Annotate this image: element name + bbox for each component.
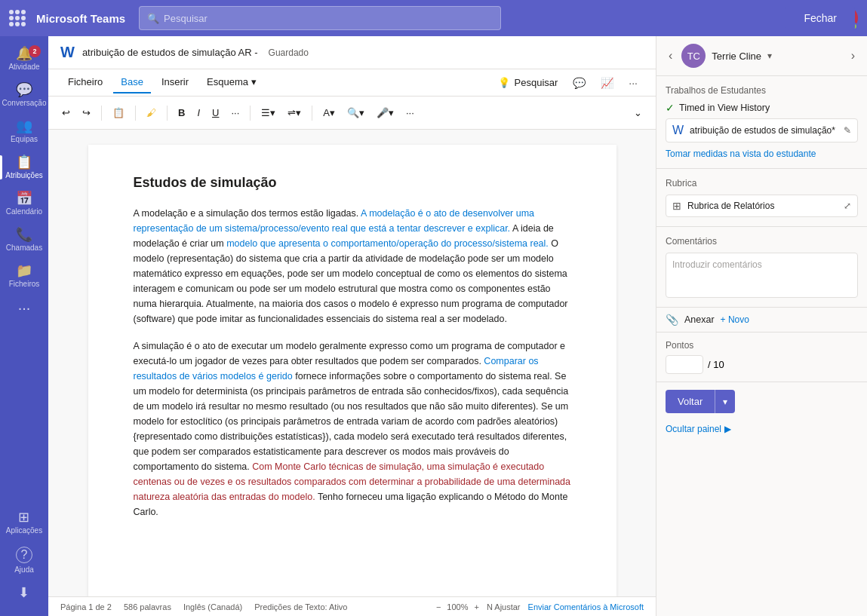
toolbar: ↩ ↪ 📋 🖌 B I U ··· ☰▾ ⇌▾ A▾ 🔍▾ 🎤▾ ··· ⌄ [48, 97, 656, 130]
hide-panel-link[interactable]: Ocultar painel ▶ [666, 424, 858, 434]
teams-icon: 👥 [16, 119, 32, 133]
sidebar-item-equipas[interactable]: 👥 Equipas [0, 115, 48, 148]
points-input[interactable] [666, 355, 703, 374]
sidebar-item-atribuicoes[interactable]: 📋 Atribuições [0, 151, 48, 184]
student-action-link[interactable]: Tomar medidas na vista do estudante [666, 149, 858, 159]
main-content: W atribuição de estudos de simulação AR … [48, 36, 656, 616]
ribbon-tabs: Ficheiro Base Inserir Esquema ▾ 💡 Pesqui… [48, 69, 656, 97]
tab-esquema[interactable]: Esquema ▾ [199, 72, 264, 93]
word-count: 586 palavras [124, 602, 171, 611]
page-count: Página 1 de 2 [60, 602, 112, 611]
sidebar-item-atividade[interactable]: 🔔 Atividade 2 [0, 42, 48, 75]
student-name: Terrie Cline [712, 51, 761, 62]
panel-next-btn[interactable]: › [848, 46, 858, 66]
search-input[interactable] [164, 13, 493, 24]
sidebar-item-mais[interactable]: ··· [0, 296, 48, 320]
sidebar-label-calendario: Calendário [6, 207, 42, 216]
format-brush-btn[interactable]: 🖌 [142, 104, 161, 121]
panel-prev-btn[interactable]: ‹ [666, 46, 675, 66]
points-max: / 10 [708, 359, 724, 370]
back-button[interactable]: Voltar [666, 390, 715, 413]
list-btn[interactable]: ☰▾ [257, 104, 280, 121]
top-bar: Microsoft Teams 🔍 ··· B Fechar [0, 0, 867, 36]
sidebar-item-conversacao[interactable]: 💬 Conversação [0, 78, 48, 112]
doc-title: atribuição de estudos de simulação AR - [82, 47, 258, 58]
sidebar-item-chamadas[interactable]: 📞 Chamadas [0, 223, 48, 256]
indent-btn[interactable]: ⇌▾ [283, 104, 306, 121]
doc-para-2: A simulação é o ato de executar um model… [134, 339, 571, 519]
sidebar-item-ficheiros[interactable]: 📁 Ficheiros [0, 259, 48, 293]
saved-status: Guardado [269, 48, 309, 58]
app-title: Microsoft Teams [36, 12, 125, 25]
search-bar[interactable]: 🔍 [139, 6, 501, 30]
sidebar-item-download[interactable]: ⬇ [6, 581, 42, 604]
trabalhos-title: Trabalhos de Estudantes [666, 85, 858, 96]
find-btn[interactable]: 🔍▾ [343, 104, 369, 121]
status-bar-right: − 100% + N Ajustar Enviar Comentários à … [436, 602, 644, 611]
tab-esquema-label: Esquema [207, 76, 248, 87]
sidebar-label-equipas: Equipas [11, 135, 38, 143]
sidebar-label-atribuicoes: Atribuições [5, 171, 42, 179]
zoom-in-btn[interactable]: + [474, 602, 478, 611]
calls-icon: 📞 [16, 228, 32, 241]
mic-btn[interactable]: 🎤▾ [372, 104, 398, 121]
tab-base[interactable]: Base [113, 72, 151, 93]
back-btn-group: Voltar ▾ [666, 390, 735, 413]
expand-btn[interactable]: ⌄ [629, 104, 647, 121]
zoom-out-btn[interactable]: − [436, 602, 441, 611]
more-ribbon-btn[interactable]: ··· [623, 74, 644, 92]
points-section: Pontos / 10 [656, 333, 867, 382]
text-predictions: Predições de Texto: Ativo [254, 602, 347, 611]
comments-placeholder: Introduzir comentários [672, 259, 762, 270]
zoom-controls[interactable]: − 100% + [436, 602, 479, 611]
document-area[interactable]: Estudos de simulação A modelação e a sim… [48, 130, 656, 596]
sidebar-label-atividade: Atividade [8, 63, 39, 71]
files-icon: 📁 [16, 264, 32, 277]
send-feedback[interactable]: Enviar Comentários à Microsoft [528, 602, 644, 611]
font-color-btn[interactable]: A▾ [318, 104, 340, 121]
sidebar-label-ajuda: Ajuda [14, 565, 34, 574]
sidebar-label-ficheiros: Ficheiros [9, 280, 40, 288]
redo-btn[interactable]: ↪ [78, 104, 95, 121]
italic-btn[interactable]: I [192, 104, 204, 121]
sidebar-item-aplicacoes[interactable]: ⊞ Aplicações [6, 506, 42, 539]
student-info: TC Terrie Cline ▾ [681, 44, 841, 68]
history-btn[interactable]: 📈 [595, 74, 620, 92]
sidebar-label-aplicacoes: Aplicações [6, 526, 42, 535]
bold-btn[interactable]: B [174, 104, 189, 121]
work-file[interactable]: W atribuição de estudos de simulação* ✎ [666, 118, 858, 143]
hide-panel-container: Ocultar painel ▶ [656, 421, 867, 442]
attach-new-btn[interactable]: + Novo [721, 314, 749, 325]
separator-1 [101, 106, 102, 121]
underline-btn[interactable]: U [208, 104, 223, 121]
sidebar-item-ajuda[interactable]: ? Ajuda [6, 542, 42, 578]
app-grid-icon[interactable] [9, 10, 26, 26]
undo-btn[interactable]: ↩ [57, 104, 75, 121]
more-icon: ··· [18, 300, 31, 315]
back-btn-arrow[interactable]: ▾ [715, 390, 735, 413]
more-format-btn[interactable]: ··· [226, 104, 244, 121]
search-icon: 🔍 [147, 13, 159, 24]
trabalhos-section: Trabalhos de Estudantes ✓ Timed in View … [656, 76, 867, 169]
ribbon-search: 💡 Pesquisar [498, 77, 558, 88]
fit-label: N Ajustar [487, 602, 521, 611]
sidebar-item-calendario[interactable]: 📅 Calendário [0, 187, 48, 220]
download-icon: ⬇ [18, 586, 29, 599]
edit-icon[interactable]: ✎ [844, 125, 851, 136]
separator-3 [167, 106, 168, 121]
panel-nav: ‹ TC Terrie Cline ▾ › [656, 36, 867, 76]
tab-inserir[interactable]: Inserir [154, 72, 196, 93]
close-button[interactable]: Fechar [786, 6, 855, 30]
tab-ficheiro[interactable]: Ficheiro [60, 72, 110, 93]
rubric-item[interactable]: ⊞ Rubrica de Relatórios ⤢ [666, 195, 858, 217]
rubrica-section: Rubrica ⊞ Rubrica de Relatórios ⤢ [656, 169, 867, 227]
rubric-name: Rubrica de Relatórios [687, 201, 774, 211]
more-toolbar-btn[interactable]: ··· [401, 104, 419, 121]
search-label: Pesquisar [515, 77, 558, 88]
comentarios-section: Comentários Introduzir comentários [656, 227, 867, 308]
rubric-expand-icon[interactable]: ⤢ [844, 201, 851, 211]
comments-box[interactable]: Introduzir comentários [666, 253, 858, 298]
comment-btn[interactable]: 💬 [567, 74, 592, 92]
student-chevron-icon[interactable]: ▾ [767, 51, 772, 61]
clipboard-btn[interactable]: 📋 [108, 104, 129, 121]
